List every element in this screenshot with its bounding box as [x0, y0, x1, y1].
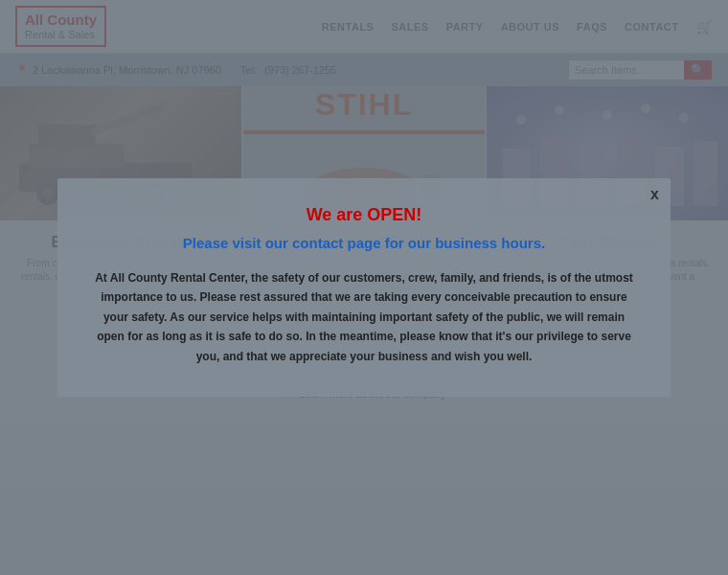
modal-body: At All County Rental Center, the safety …	[92, 268, 636, 366]
modal-overlay[interactable]: x We are OPEN! Please visit our contact …	[0, 0, 728, 575]
modal-dialog: x We are OPEN! Please visit our contact …	[57, 178, 671, 397]
modal-title: We are OPEN!	[92, 205, 636, 225]
modal-close-button[interactable]: x	[650, 186, 659, 203]
modal-subtitle: Please visit our contact page for our bu…	[92, 235, 636, 251]
